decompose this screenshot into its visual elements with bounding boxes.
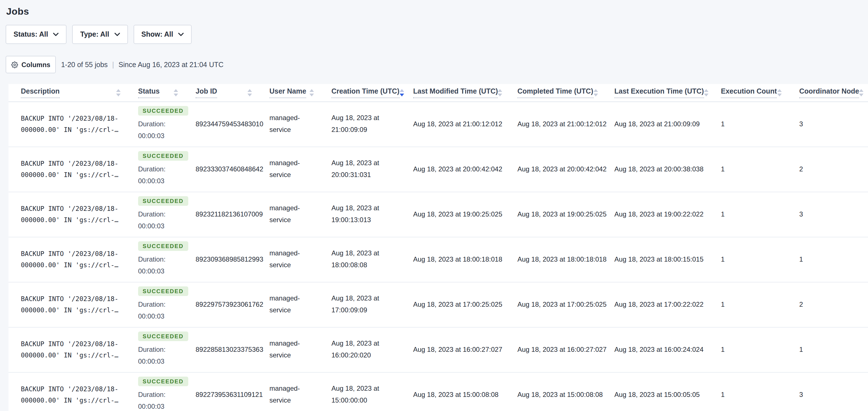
column-header-coordinator-node[interactable]: Coordinator Node [799,87,859,98]
coordinator-node: 3 [787,372,868,411]
job-duration: Duration: 00:00:03 [138,344,178,368]
status-badge: SUCCEEDED [138,286,188,296]
user-name: managed-service [257,237,319,282]
job-description-line1: BACKUP INTO '/2023/08/18- [21,157,126,169]
last-modified-time: Aug 18, 2023 at 15:00:08:08 [413,391,499,399]
column-header-job-id[interactable]: Job ID [195,87,217,98]
job-id: 892273953631109121 [183,372,257,411]
status-filter-label: Status: All [13,30,48,38]
sort-icon[interactable] [859,89,865,96]
type-filter-label: Type: All [80,30,110,38]
columns-button-label: Columns [22,61,51,68]
sort-icon[interactable] [116,89,122,96]
job-description-line2: 000000.00' IN 'gs://crl-… [21,169,126,181]
since-timestamp: Since Aug 16, 2023 at 21:04 UTC [119,61,224,68]
chevron-down-icon [178,33,184,36]
user-name: managed-service [257,327,319,372]
job-description-link[interactable]: BACKUP INTO '/2023/08/18- 000000.00' IN … [21,203,126,226]
completed-time: Aug 18, 2023 at 18:00:18:018 [518,255,607,263]
status-badge: SUCCEEDED [138,196,188,206]
creation-time: Aug 18, 2023 at 18:00:08:08 [319,237,401,282]
job-duration: Duration: 00:00:03 [138,118,178,142]
columns-button[interactable]: Columns [6,56,56,73]
job-description-link[interactable]: BACKUP INTO '/2023/08/18- 000000.00' IN … [21,383,126,406]
page-title: Jobs [6,4,868,19]
sort-icon[interactable] [309,89,316,96]
coordinator-node: 1 [787,327,868,372]
execution-count: 1 [709,237,787,282]
show-filter-dropdown[interactable]: Show: All [133,25,192,44]
jobs-table-body: BACKUP INTO '/2023/08/18- 000000.00' IN … [8,101,868,411]
status-filter-dropdown[interactable]: Status: All [6,25,67,44]
last-execution-time: Aug 18, 2023 at 21:00:09:09 [614,120,700,128]
job-description-link[interactable]: BACKUP INTO '/2023/08/18- 000000.00' IN … [21,338,126,361]
coordinator-node: 3 [787,192,868,237]
results-count: 1-20 of 55 jobs [61,61,107,68]
execution-count: 1 [709,282,787,327]
sort-icon-active-desc[interactable] [399,89,406,96]
column-header-description[interactable]: Description [21,87,60,98]
show-filter-label: Show: All [142,30,173,38]
column-header-last-execution-time[interactable]: Last Execution Time (UTC) [614,87,704,98]
sort-icon[interactable] [247,89,254,96]
job-description-link[interactable]: BACKUP INTO '/2023/08/18- 000000.00' IN … [21,113,126,136]
job-description-link[interactable]: BACKUP INTO '/2023/08/18- 000000.00' IN … [21,293,126,316]
job-description-line2: 000000.00' IN 'gs://crl-… [21,124,126,136]
status-badge: SUCCEEDED [138,241,188,251]
last-modified-time: Aug 18, 2023 at 21:00:12:012 [413,120,502,128]
last-execution-time: Aug 18, 2023 at 17:00:22:022 [614,300,704,309]
coordinator-node: 2 [787,282,868,327]
execution-count: 1 [709,147,787,192]
job-id: 892285813023375363 [183,327,257,372]
completed-time: Aug 18, 2023 at 21:00:12:012 [518,120,607,128]
column-header-last-modified-time[interactable]: Last Modified Time (UTC) [413,87,498,98]
user-name: managed-service [257,282,319,327]
last-modified-time: Aug 18, 2023 at 18:00:18:018 [413,255,502,263]
table-row: BACKUP INTO '/2023/08/18- 000000.00' IN … [8,192,868,237]
status-badge: SUCCEEDED [138,377,188,386]
completed-time: Aug 18, 2023 at 20:00:42:042 [518,165,607,173]
column-header-status[interactable]: Status [138,87,159,98]
job-description-line1: BACKUP INTO '/2023/08/18- [21,203,126,214]
last-execution-time: Aug 18, 2023 at 19:00:22:022 [614,210,704,218]
sort-icon[interactable] [777,89,783,96]
column-header-completed-time[interactable]: Completed Time (UTC) [518,87,593,98]
chevron-down-icon [115,33,120,36]
sort-icon[interactable] [498,89,504,96]
sort-icon[interactable] [593,89,599,96]
sort-icon[interactable] [174,89,180,96]
column-header-execution-count[interactable]: Execution Count [721,87,777,98]
completed-time: Aug 18, 2023 at 19:00:25:025 [518,210,607,218]
job-description-link[interactable]: BACKUP INTO '/2023/08/18- 000000.00' IN … [21,157,126,181]
execution-count: 1 [709,327,787,372]
job-description-link[interactable]: BACKUP INTO '/2023/08/18- 000000.00' IN … [21,248,126,271]
type-filter-dropdown[interactable]: Type: All [72,25,128,44]
job-description-line1: BACKUP INTO '/2023/08/18- [21,113,126,124]
execution-count: 1 [709,101,787,147]
job-description-line1: BACKUP INTO '/2023/08/18- [21,293,126,304]
last-modified-time: Aug 18, 2023 at 16:00:27:027 [413,346,502,353]
job-description-line2: 000000.00' IN 'gs://crl-… [21,259,126,271]
last-execution-time: Aug 18, 2023 at 18:00:15:015 [614,255,704,263]
creation-time: Aug 18, 2023 at 19:00:13:013 [319,192,401,237]
last-execution-time: Aug 18, 2023 at 20:00:38:038 [614,165,704,173]
creation-time: Aug 18, 2023 at 15:00:00:00 [319,372,401,411]
job-description-line1: BACKUP INTO '/2023/08/18- [21,338,126,350]
table-row: BACKUP INTO '/2023/08/18- 000000.00' IN … [8,327,868,372]
sort-icon[interactable] [704,89,710,96]
table-row: BACKUP INTO '/2023/08/18- 000000.00' IN … [8,282,868,327]
last-modified-time: Aug 18, 2023 at 17:00:25:025 [413,300,502,309]
job-id: 892309368985812993 [183,237,257,282]
creation-time: Aug 18, 2023 at 20:00:31:031 [319,147,401,192]
job-description-line1: BACKUP INTO '/2023/08/18- [21,248,126,259]
jobs-table: Description Status Job ID User Name Crea… [8,84,868,411]
last-execution-time: Aug 18, 2023 at 15:00:05:05 [614,391,700,399]
table-row: BACKUP INTO '/2023/08/18- 000000.00' IN … [8,147,868,192]
user-name: managed-service [257,192,319,237]
job-duration: Duration: 00:00:03 [138,254,178,277]
column-header-user-name[interactable]: User Name [270,87,306,98]
table-row: BACKUP INTO '/2023/08/18- 000000.00' IN … [8,372,868,411]
status-badge: SUCCEEDED [138,151,188,161]
job-duration: Duration: 00:00:03 [138,209,178,232]
column-header-creation-time[interactable]: Creation Time (UTC) [332,87,399,98]
